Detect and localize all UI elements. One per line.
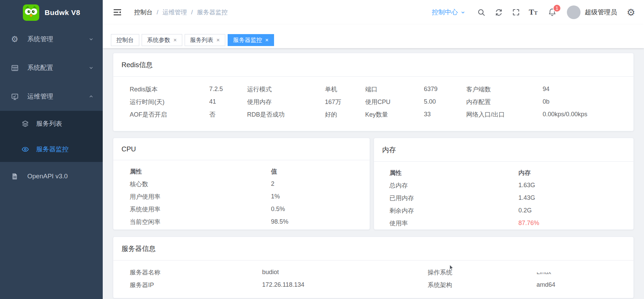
document-icon [10,173,19,180]
card-title: CPU [113,138,370,160]
table-row: 剩余内存0.2G [389,204,625,217]
sidebar-item-system-config[interactable]: 系统配置 [0,54,103,82]
tab-service-list[interactable]: 服务列表 × [185,34,225,46]
os-value: Linux [536,269,625,276]
view-tabs: 控制台 系统参数 × 服务列表 × 服务器监控 × [103,25,644,48]
sidebar-item-service-list[interactable]: 服务列表 [0,111,103,136]
notification-bell-icon[interactable]: 1 [548,8,557,17]
table-row: 使用率87.76% [389,217,625,229]
memory-usage-rate: 87.76% [518,220,539,227]
layers-icon [21,120,29,128]
card-title: Redis信息 [113,53,633,77]
sidebar-item-server-monitor[interactable]: 服务器监控 [0,136,103,162]
table-row: 核心数2 [130,178,361,190]
card-title: 服务器信息 [113,237,633,260]
app-logo: Budwk V8 [0,0,103,25]
refresh-icon[interactable] [495,8,503,17]
breadcrumb-item-console[interactable]: 控制台 [134,8,153,16]
redis-row: AOF是否开启否 RDB是否成功好的 Key数量33 网络入口/出口0.00kp… [130,108,625,121]
close-icon[interactable]: × [173,37,177,43]
page-content: Redis信息 Redis版本7.2.5 运行模式单机 端口6379 客户端数9… [103,48,644,299]
table-icon [10,64,19,72]
fullscreen-icon[interactable] [512,8,520,16]
table-row: 总内存1.63G [389,179,625,192]
eye-icon [21,146,29,153]
breadcrumb: 控制台 / 运维管理 / 服务器监控 [134,8,228,16]
control-center-dropdown[interactable]: 控制中心 [432,8,466,17]
table-row: 服务器IP 172.26.118.134 系统架构 amd64 [130,279,625,291]
current-user-label[interactable]: 超级管理员 [585,8,617,17]
main-area: 控制台 / 运维管理 / 服务器监控 控制中心 [103,0,644,299]
redis-row: Redis版本7.2.5 运行模式单机 端口6379 客户端数94 [130,83,625,95]
notification-badge: 1 [553,4,561,12]
chevron-up-icon [88,94,94,99]
sidebar-item-system-management[interactable]: ⚙ 系统管理 [0,25,103,54]
table-row: 服务器名称 budiot 操作系统 Linux [130,266,625,279]
sidebar: Budwk V8 ⚙ 系统管理 系统配置 运维管理 [0,0,103,299]
tab-server-monitor[interactable]: 服务器监控 × [228,34,274,46]
table-row: 已用内存1.43G [389,192,625,204]
sidebar-item-openapi[interactable]: OpenAPI v3.0 [0,162,103,191]
chevron-down-icon [88,65,94,71]
memory-card: 内存 属性内存 总内存1.63G 已用内存1.43G 剩余内存0.2G 使用率8… [374,138,634,230]
table-row: 用户使用率1% [130,190,361,203]
table-row: 系统使用率0.5% [130,203,361,215]
monitor-icon [10,93,19,101]
top-bar-actions: 控制中心 TT [432,5,635,19]
ops-submenu: 服务列表 服务器监控 [0,111,103,162]
app-title: Budwk V8 [45,9,80,17]
tab-console[interactable]: 控制台 [111,34,139,46]
cpu-card: CPU 属性值 核心数2 用户使用率1% 系统使用率0.5% 当前空闲率98.5… [113,138,370,230]
breadcrumb-item-ops: 运维管理 [162,8,187,16]
font-size-icon[interactable]: TT [529,8,538,17]
close-icon[interactable]: × [216,37,220,43]
table-header: 属性内存 [389,166,625,179]
tab-system-params[interactable]: 系统参数 × [142,34,182,46]
server-info-card: 服务器信息 服务器名称 budiot 操作系统 Linux 服务器IP 172.… [113,237,634,298]
menu-fold-icon[interactable] [113,8,122,17]
table-row: 当前空闲率98.5% [130,215,361,228]
redis-info-card: Redis信息 Redis版本7.2.5 运行模式单机 端口6379 客户端数9… [113,53,634,131]
owl-logo-icon [23,4,40,21]
chevron-down-icon [88,36,94,42]
close-icon[interactable]: × [265,37,269,43]
chevron-down-icon [460,10,466,15]
top-bar: 控制台 / 运维管理 / 服务器监控 控制中心 [103,0,644,25]
card-title: 内存 [374,138,633,162]
table-header: 属性值 [130,165,361,178]
settings-gear-icon[interactable]: ⚙ [627,7,635,18]
search-icon[interactable] [477,8,486,17]
redis-row: 运行时间(天)41 使用内存167万 使用CPU5.00 内存配置0b [130,95,625,108]
breadcrumb-item-server-monitor: 服务器监控 [197,8,228,16]
avatar[interactable] [567,5,581,19]
sidebar-item-ops-management[interactable]: 运维管理 [0,82,103,111]
gear-icon: ⚙ [10,35,19,43]
